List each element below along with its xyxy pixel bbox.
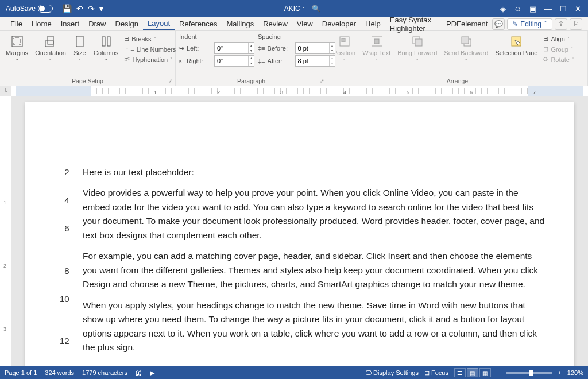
comments-icon[interactable]: 💬 <box>492 18 505 30</box>
spell-check-icon[interactable]: 🕮 <box>136 369 142 376</box>
align-button[interactable]: ⊞ Align ˅ <box>542 34 575 43</box>
columns-button[interactable]: Columns˅ <box>91 33 121 67</box>
indent-right-icon: ⇤ <box>179 57 184 65</box>
bring-forward-button: Bring Forward˅ <box>395 33 439 67</box>
svg-rect-2 <box>48 36 53 44</box>
undo-icon[interactable]: ↶ <box>76 4 83 13</box>
position-button: Position˅ <box>331 33 358 67</box>
group-arrange: Position˅ Wrap Text˅ Bring Forward˅ Send… <box>327 31 588 86</box>
breaks-button[interactable]: ⊟ Breaks ˅ <box>123 34 181 43</box>
tab-design[interactable]: Design <box>111 18 143 30</box>
print-layout-icon[interactable]: ▤ <box>467 368 478 377</box>
spacing-before-icon: ‡≡ <box>258 45 265 52</box>
titlebar: AutoSave 💾 ↶ ↷ ▾ AKIC ˅ 🔍 ◈ ☺ ▣ — ☐ ✕ <box>0 0 588 17</box>
wrap-text-button: Wrap Text˅ <box>360 33 393 67</box>
page-setup-expand[interactable]: ⤢ <box>168 78 173 84</box>
view-buttons: ☰ ▤ ▦ <box>454 368 491 377</box>
face-icon[interactable]: ⚐ <box>570 18 582 30</box>
ribbon: Margins˅ Orientation˅ Size˅ Columns˅ ⊟ B… <box>0 31 588 86</box>
selection-pane-button[interactable]: Selection Pane <box>493 33 540 58</box>
hyphenation-button[interactable]: bᶜ Hyphenation ˅ <box>123 55 181 64</box>
minimize-icon[interactable]: — <box>544 5 552 13</box>
group-button: ⊡ Group ˅ <box>542 45 575 53</box>
indent-left-icon: ⇥ <box>179 45 184 52</box>
tab-layout[interactable]: Layout <box>143 17 175 30</box>
zoom-level[interactable]: 120% <box>567 369 583 376</box>
read-mode-icon[interactable]: ☰ <box>454 368 466 377</box>
zoom-in[interactable]: + <box>558 369 561 376</box>
editing-mode[interactable]: ✎ Editing ˅ <box>507 18 552 30</box>
document-area: 1 2 3 24 6 8 10 1214 Here is our text pl… <box>0 96 588 366</box>
save-icon[interactable]: 💾 <box>62 4 72 13</box>
horizontal-ruler[interactable]: └ 1 2 3 4 5 6 7 <box>0 86 588 96</box>
svg-rect-13 <box>415 39 422 46</box>
size-button[interactable]: Size˅ <box>71 33 89 67</box>
orientation-button[interactable]: Orientation˅ <box>33 33 68 67</box>
document-content[interactable]: Here is our text placeholder: Video prov… <box>83 165 546 355</box>
vertical-ruler[interactable]: 1 2 3 <box>0 96 11 366</box>
margins-button[interactable]: Margins˅ <box>3 33 30 67</box>
svg-rect-8 <box>342 38 345 42</box>
tab-draw[interactable]: Draw <box>84 18 110 30</box>
document-name: AKIC ˅ <box>284 5 305 13</box>
zoom-slider[interactable] <box>506 372 552 374</box>
zoom-out[interactable]: − <box>497 369 500 376</box>
spacing-after-icon: ‡≡ <box>258 57 265 64</box>
svg-rect-4 <box>76 36 83 47</box>
svg-rect-5 <box>102 37 105 46</box>
svg-rect-9 <box>374 39 379 44</box>
tab-references[interactable]: References <box>175 18 222 30</box>
display-settings[interactable]: 🖵 Display Settings <box>365 369 419 376</box>
tab-help[interactable]: Help <box>361 18 385 30</box>
share-icon[interactable]: ⇪ <box>555 18 567 30</box>
tab-view[interactable]: View <box>292 18 318 30</box>
search-icon[interactable]: 🔍 <box>312 5 320 13</box>
tab-insert[interactable]: Insert <box>56 18 84 30</box>
svg-rect-6 <box>107 37 110 46</box>
group-paragraph: Indent ⇥Left:▴▾ ⇤Right:▴▾ Spacing ‡≡Befo… <box>176 31 327 86</box>
focus-mode[interactable]: ⊡ Focus <box>424 369 448 377</box>
word-count[interactable]: 324 words <box>45 369 74 376</box>
rotate-button: ⟳ Rotate ˅ <box>542 55 575 64</box>
tab-review[interactable]: Review <box>258 18 292 30</box>
tab-mailings[interactable]: Mailings <box>222 18 259 30</box>
maximize-icon[interactable]: ☐ <box>560 5 567 13</box>
tab-pdfelement[interactable]: PDFelement <box>442 18 492 30</box>
tab-developer[interactable]: Developer <box>318 18 361 30</box>
autosave-toggle[interactable]: AutoSave <box>2 5 56 13</box>
group-page-setup: Margins˅ Orientation˅ Size˅ Columns˅ ⊟ B… <box>0 31 176 86</box>
send-backward-button: Send Backward˅ <box>442 33 490 67</box>
page-indicator[interactable]: Page 1 of 1 <box>5 369 37 376</box>
svg-rect-1 <box>14 38 21 45</box>
char-count[interactable]: 1779 characters <box>82 369 127 376</box>
indent-right-input[interactable]: ▴▾ <box>214 55 254 67</box>
svg-rect-3 <box>45 41 53 47</box>
customize-icon[interactable]: ▾ <box>99 4 103 13</box>
tab-file[interactable]: File <box>6 18 27 30</box>
line-numbers: 24 6 8 10 1214 <box>60 165 69 366</box>
line-numbers-button[interactable]: ⋮≡ Line Numbers ˅ <box>123 45 181 53</box>
paragraph-expand[interactable]: ⤢ <box>320 78 324 84</box>
svg-rect-15 <box>462 37 469 44</box>
smiley-icon[interactable]: ☺ <box>514 5 521 13</box>
document-page[interactable]: 24 6 8 10 1214 Here is our text placehol… <box>25 102 574 366</box>
statusbar: Page 1 of 1 324 words 1779 characters 🕮 … <box>0 366 588 379</box>
redo-icon[interactable]: ↷ <box>88 4 95 13</box>
web-layout-icon[interactable]: ▦ <box>479 368 491 377</box>
diamond-icon[interactable]: ◈ <box>500 5 506 13</box>
indent-left-input[interactable]: ▴▾ <box>214 42 254 54</box>
window-box-icon[interactable]: ▣ <box>529 5 536 13</box>
macro-icon[interactable]: ▶ <box>150 369 154 377</box>
close-icon[interactable]: ✕ <box>575 5 581 13</box>
tab-home[interactable]: Home <box>27 18 56 30</box>
ribbon-tabs: File Home Insert Draw Design Layout Refe… <box>0 17 588 31</box>
quick-access-toolbar: 💾 ↶ ↷ ▾ <box>56 4 109 13</box>
